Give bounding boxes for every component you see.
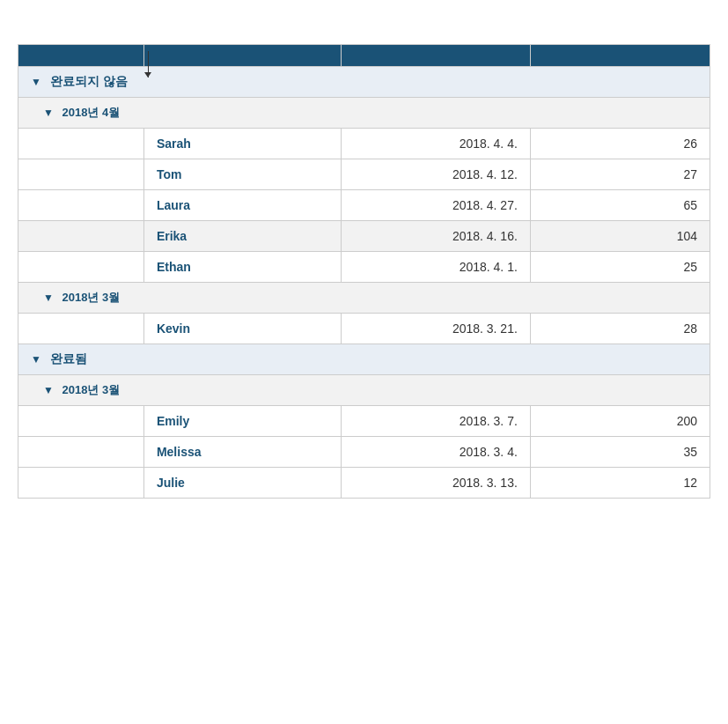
group-header-row: ▼ 완료됨	[18, 344, 710, 374]
table-row: Laura 2018. 4. 27. 65	[18, 189, 710, 220]
subgroup-header-row: ▼ 2018년 3월	[18, 282, 710, 313]
table-row: Tom 2018. 4. 12. 27	[18, 159, 710, 189]
table-row: Kevin 2018. 3. 21. 28	[18, 313, 710, 344]
row-contact: Erika	[143, 220, 342, 251]
table-row: Sarah 2018. 4. 4. 26	[18, 128, 710, 159]
row-number-ordered: 27	[530, 159, 710, 189]
row-empty-cell	[18, 189, 144, 220]
row-sale-date: 2018. 4. 12.	[342, 159, 530, 189]
subgroup-label: 2018년 3월	[63, 291, 121, 304]
row-number-ordered: 200	[530, 405, 710, 436]
triangle-icon: ▼	[31, 76, 41, 88]
row-contact: Melissa	[143, 436, 342, 467]
row-number-ordered: 25	[530, 251, 710, 282]
header-col1	[18, 44, 144, 66]
triangle-icon: ▼	[43, 384, 54, 396]
table-row: Ethan 2018. 4. 1. 25	[18, 251, 710, 282]
row-number-ordered: 28	[530, 313, 710, 344]
row-sale-date: 2018. 4. 4.	[342, 128, 530, 159]
row-empty-cell	[18, 220, 144, 251]
table-body: ▼ 완료되지 않음 ▼ 2018년 4월 Sarah 2018. 4. 4. 2…	[18, 66, 710, 498]
triangle-icon: ▼	[31, 353, 41, 366]
row-contact: Ethan	[143, 251, 342, 282]
header-sale-date	[342, 44, 530, 66]
row-contact: Laura	[143, 189, 342, 220]
subgroup-header-cell: ▼ 2018년 4월	[18, 97, 710, 128]
group-header-cell: ▼ 완료되지 않음	[18, 66, 710, 97]
row-number-ordered: 104	[530, 220, 710, 251]
main-table: ▼ 완료되지 않음 ▼ 2018년 4월 Sarah 2018. 4. 4. 2…	[18, 44, 710, 499]
table-row: Julie 2018. 3. 13. 12	[18, 467, 710, 498]
row-empty-cell	[18, 405, 144, 436]
subgroup-label: 2018년 4월	[63, 106, 121, 119]
group-label: 완료됨	[50, 351, 87, 366]
row-empty-cell	[18, 467, 144, 498]
row-contact: Sarah	[143, 128, 342, 159]
group-header-cell: ▼ 완료됨	[18, 344, 710, 374]
row-sale-date: 2018. 4. 27.	[342, 189, 530, 220]
annotation-line	[148, 51, 149, 78]
triangle-icon: ▼	[43, 292, 54, 304]
row-sale-date: 2018. 4. 16.	[342, 220, 530, 251]
row-number-ordered: 35	[530, 436, 710, 467]
table-header	[18, 44, 710, 66]
row-empty-cell	[18, 313, 144, 344]
row-sale-date: 2018. 4. 1.	[342, 251, 530, 282]
row-sale-date: 2018. 3. 7.	[342, 405, 530, 436]
row-number-ordered: 65	[530, 189, 710, 220]
table-row: Erika 2018. 4. 16. 104	[18, 220, 710, 251]
row-sale-date: 2018. 3. 13.	[342, 467, 530, 498]
subgroup-header-cell: ▼ 2018년 3월	[18, 282, 710, 313]
row-empty-cell	[18, 128, 144, 159]
row-number-ordered: 26	[530, 128, 710, 159]
table-row: Melissa 2018. 3. 4. 35	[18, 436, 710, 467]
table-row: Emily 2018. 3. 7. 200	[18, 405, 710, 436]
row-contact: Emily	[143, 405, 342, 436]
group-header-row: ▼ 완료되지 않음	[18, 66, 710, 97]
subgroup-label: 2018년 3월	[63, 383, 121, 396]
row-sale-date: 2018. 3. 4.	[342, 436, 530, 467]
row-empty-cell	[18, 436, 144, 467]
annotation-container	[18, 18, 710, 35]
subgroup-header-row: ▼ 2018년 3월	[18, 374, 710, 405]
triangle-icon: ▼	[43, 107, 54, 119]
row-number-ordered: 12	[530, 467, 710, 498]
group-label: 완료되지 않음	[50, 74, 128, 88]
header-contact-person	[143, 44, 342, 66]
subgroup-header-cell: ▼ 2018년 3월	[18, 374, 710, 405]
subgroup-header-row: ▼ 2018년 4월	[18, 97, 710, 128]
row-contact: Kevin	[143, 313, 342, 344]
row-empty-cell	[18, 251, 144, 282]
row-empty-cell	[18, 159, 144, 189]
row-contact: Tom	[143, 159, 342, 189]
row-sale-date: 2018. 3. 21.	[342, 313, 530, 344]
header-number-ordered	[530, 44, 710, 66]
row-contact: Julie	[143, 467, 342, 498]
